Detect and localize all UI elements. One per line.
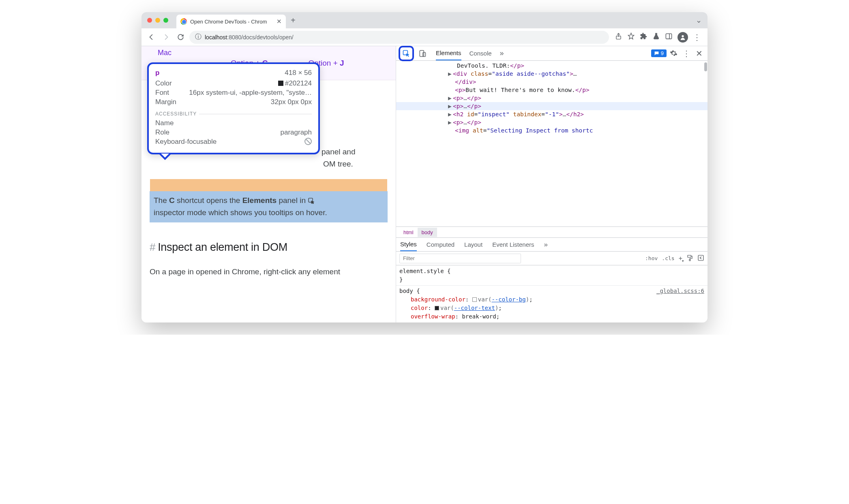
forward-button[interactable] xyxy=(160,32,172,43)
tooltip-tag: p xyxy=(155,69,159,77)
extensions-icon[interactable] xyxy=(640,32,647,42)
tooltip-color-label: Color xyxy=(155,79,172,88)
svg-rect-10 xyxy=(698,255,703,261)
tab-close-button[interactable]: ✕ xyxy=(277,18,282,25)
svg-rect-8 xyxy=(688,255,691,257)
not-focusable-icon xyxy=(304,138,312,145)
styles-filter-input[interactable] xyxy=(399,254,521,263)
paint-icon[interactable] xyxy=(686,254,693,263)
section-heading: #Inspect an element in DOM xyxy=(150,239,388,256)
new-tab-button[interactable]: + xyxy=(291,16,296,25)
computed-toggle-icon[interactable] xyxy=(697,254,704,263)
devtools-panel: Elements Console » 9 ⋮ ✕ DevTools. TLDR xyxy=(396,46,708,322)
tooltip-font-label: Font xyxy=(155,89,169,97)
styles-rules[interactable]: element.style { } body { _global.scss:6 … xyxy=(396,265,708,322)
tooltip-margin-label: Margin xyxy=(155,98,176,106)
tabs-overflow-button[interactable]: ⌄ xyxy=(696,16,702,25)
close-window-button[interactable] xyxy=(147,18,152,23)
inspect-button-highlight xyxy=(399,46,414,61)
svg-rect-6 xyxy=(420,50,424,56)
devtools-toolbar: Elements Console » 9 ⋮ ✕ xyxy=(396,46,708,61)
tooltip-margin-value: 32px 0px 0px xyxy=(271,98,312,106)
maximize-window-button[interactable] xyxy=(163,18,168,23)
minimize-window-button[interactable] xyxy=(155,18,160,23)
dom-tree[interactable]: DevTools. TLDR:</p> ▶<div class="aside a… xyxy=(396,61,708,226)
crumb-body[interactable]: body xyxy=(418,228,437,237)
hov-toggle[interactable]: :hov xyxy=(645,255,658,261)
tabs-more-icon[interactable]: » xyxy=(500,49,504,58)
site-info-icon[interactable]: ⓘ xyxy=(195,33,202,41)
margin-overlay xyxy=(150,179,387,191)
reload-button[interactable] xyxy=(175,32,186,43)
inspect-element-button[interactable] xyxy=(400,47,412,60)
inspect-tooltip: p 418 × 56 Color#202124 Font16px system-… xyxy=(147,62,320,154)
rendered-page: Mac Option + C Option + J panel and OM t… xyxy=(142,46,396,322)
settings-icon[interactable] xyxy=(667,47,680,60)
more-icon[interactable]: ⋮ xyxy=(680,47,692,60)
tab-styles[interactable]: Styles xyxy=(400,238,417,251)
tab-title: Open Chrome DevTools - Chrom xyxy=(190,19,267,25)
bookmark-icon[interactable] xyxy=(627,32,635,42)
color-swatch-icon[interactable] xyxy=(435,306,439,310)
address-text: localhost:8080/docs/devtools/open/ xyxy=(205,34,294,41)
address-input[interactable]: ⓘ localhost:8080/docs/devtools/open/ xyxy=(189,31,609,44)
devtools-close-button[interactable]: ✕ xyxy=(696,49,703,58)
styles-filter-bar: :hov .cls +▾ xyxy=(396,252,708,265)
browser-window: Open Chrome DevTools - Chrom ✕ + ⌄ ⓘ loc… xyxy=(142,12,708,322)
tab-computed[interactable]: Computed xyxy=(427,241,455,248)
chrome-icon xyxy=(180,18,187,25)
back-button[interactable] xyxy=(146,32,157,43)
inspect-icon-inline xyxy=(308,196,315,203)
tooltip-a11y-label: ACCESSIBILITY xyxy=(155,111,312,117)
window-controls xyxy=(147,18,168,23)
body-paragraph: On a page in opened in Chrome, right-cli… xyxy=(150,266,388,278)
titlebar: Open Chrome DevTools - Chrom ✕ + ⌄ xyxy=(142,12,708,28)
tab-layout[interactable]: Layout xyxy=(464,241,482,248)
tooltip-kb-label: Keyboard-focusable xyxy=(155,138,217,146)
svg-rect-1 xyxy=(666,34,671,39)
styles-tabs: Styles Computed Layout Event Listeners » xyxy=(396,238,708,252)
new-rule-icon[interactable]: +▾ xyxy=(679,255,682,262)
tooltip-name-label: Name xyxy=(155,119,174,127)
dom-breadcrumb[interactable]: html body xyxy=(396,226,708,238)
tab-console[interactable]: Console xyxy=(470,50,492,57)
mac-row-label: Mac xyxy=(158,49,386,57)
cls-toggle[interactable]: .cls xyxy=(662,255,674,261)
scrollbar-thumb[interactable] xyxy=(704,62,707,71)
crumb-html[interactable]: html xyxy=(399,228,418,237)
device-toolbar-button[interactable] xyxy=(416,47,429,60)
tab-elements[interactable]: Elements xyxy=(436,46,461,60)
svg-rect-9 xyxy=(689,259,690,261)
tooltip-role-label: Role xyxy=(155,128,169,137)
svg-point-3 xyxy=(682,35,684,37)
chrome-menu-icon[interactable]: ⋮ xyxy=(693,32,701,42)
color-swatch-icon xyxy=(278,81,283,86)
labs-icon[interactable] xyxy=(652,32,660,42)
svg-rect-7 xyxy=(423,52,426,56)
color-swatch-icon[interactable] xyxy=(472,297,477,302)
profile-avatar[interactable] xyxy=(677,32,688,43)
share-icon[interactable] xyxy=(615,32,622,42)
highlighted-paragraph[interactable]: The C shortcut opens the Elements panel … xyxy=(150,191,388,222)
content-area: Mac Option + C Option + J panel and OM t… xyxy=(142,46,708,322)
hidden-text-behind-tooltip: panel and OM tree. xyxy=(322,146,355,171)
toolbar-icons: ⋮ xyxy=(612,32,703,43)
tab-event-listeners[interactable]: Event Listeners xyxy=(492,241,534,248)
sidepanel-icon[interactable] xyxy=(665,32,673,42)
source-link[interactable]: _global.scss:6 xyxy=(656,287,704,295)
tooltip-role-value: paragraph xyxy=(280,128,312,137)
tooltip-font-value: 16px system-ui, -apple-system, "syste… xyxy=(189,89,312,97)
styles-more-icon[interactable]: » xyxy=(544,241,548,249)
browser-tab[interactable]: Open Chrome DevTools - Chrom ✕ xyxy=(176,15,286,28)
tooltip-color-value: #202124 xyxy=(278,79,312,88)
address-bar: ⓘ localhost:8080/docs/devtools/open/ ⋮ xyxy=(142,28,708,46)
tooltip-dimensions: 418 × 56 xyxy=(285,69,312,77)
issues-badge[interactable]: 9 xyxy=(651,49,667,57)
